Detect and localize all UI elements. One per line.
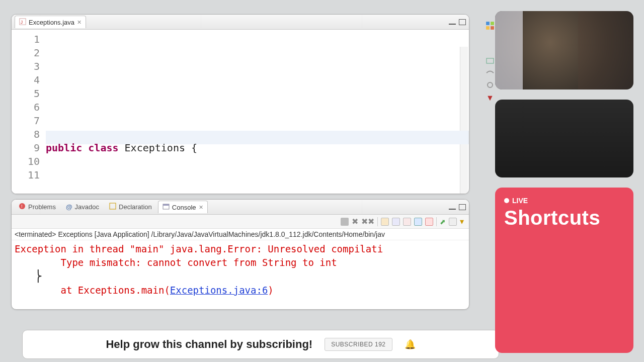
minimize-console-icon[interactable]: [449, 205, 456, 210]
live-indicator: LIVE: [504, 197, 624, 205]
console-toolbar: ✖ ✖✖ ⬈ ▾: [12, 215, 469, 229]
declaration-icon: [109, 203, 116, 211]
svg-text:!: !: [21, 204, 23, 209]
shortcuts-title: Shortcuts: [504, 207, 624, 229]
overview-ruler[interactable]: [460, 47, 468, 194]
maximize-icon[interactable]: [459, 19, 466, 25]
right-sidebar: LIVE Shortcuts: [495, 11, 633, 353]
keyboard-feed: [495, 100, 633, 177]
tab-console[interactable]: Console ✕: [158, 201, 208, 213]
new-console-dropdown-icon[interactable]: [449, 218, 457, 226]
tab-javadoc-label: Javadoc: [75, 203, 99, 211]
code-editor[interactable]: public class Exceptions { public static …: [44, 30, 469, 194]
stack-trace-link[interactable]: Exceptions.java:6: [170, 285, 268, 296]
tab-problems-label: Problems: [28, 203, 56, 211]
remove-all-terminated-icon[interactable]: ✖✖: [361, 217, 374, 226]
svg-text:J: J: [21, 19, 23, 24]
svg-rect-5: [491, 26, 494, 30]
console-output[interactable]: Exception in thread "main" java.lang.Err…: [12, 240, 469, 299]
tab-console-label: Console: [172, 204, 196, 211]
close-console-icon[interactable]: ✕: [199, 204, 203, 211]
shortcuts-panel: LIVE Shortcuts: [495, 188, 633, 353]
subscribe-cta-text: Help grow this channel by subscribing!: [106, 338, 312, 351]
console-menu-dropdown-icon[interactable]: ▾: [460, 217, 464, 226]
line-number-gutter: 1 2 3 4 5 6 7 8 9 10 11: [12, 30, 44, 194]
display-selected-icon[interactable]: [425, 218, 433, 226]
pin-console-icon[interactable]: [403, 218, 411, 226]
dropdown-triangle-icon[interactable]: ▼: [486, 94, 494, 103]
svg-rect-10: [110, 203, 116, 209]
svg-point-7: [488, 82, 493, 87]
clear-console-icon[interactable]: [381, 218, 389, 226]
editor-tab-label: Exceptions.java: [29, 19, 74, 26]
webcam-feed: [495, 11, 633, 89]
minimize-icon[interactable]: [449, 20, 456, 25]
problems-icon: !: [19, 203, 26, 211]
subscribe-bar: Help grow this channel by subscribing! S…: [22, 330, 499, 359]
bell-icon[interactable]: 🔔: [405, 339, 416, 350]
type-hierarchy-icon[interactable]: [486, 57, 495, 66]
stop-icon[interactable]: [341, 218, 349, 226]
svg-rect-12: [163, 204, 169, 206]
open-console-icon[interactable]: ⬈: [440, 218, 446, 226]
editor-tab-exceptions[interactable]: J Exceptions.java ✕: [15, 16, 86, 28]
svg-rect-3: [491, 22, 494, 25]
bottom-tab-bar: ! Problems @ Javadoc Declaration Console…: [12, 200, 469, 215]
tab-javadoc[interactable]: @ Javadoc: [62, 201, 103, 213]
subscribed-button[interactable]: SUBSCRIBED 192: [325, 338, 392, 351]
javadoc-icon: @: [66, 203, 72, 211]
svg-rect-6: [487, 58, 494, 63]
live-label: LIVE: [512, 197, 528, 205]
close-tab-icon[interactable]: ✕: [77, 19, 82, 26]
java-file-icon: J: [19, 18, 26, 27]
show-console-icon[interactable]: [414, 218, 422, 226]
maximize-console-icon[interactable]: [459, 204, 466, 210]
scroll-lock-icon[interactable]: [392, 218, 400, 226]
tab-declaration[interactable]: Declaration: [105, 201, 156, 213]
live-dot-icon: [504, 198, 509, 203]
tab-problems[interactable]: ! Problems: [15, 201, 60, 213]
svg-rect-4: [486, 26, 490, 30]
svg-rect-2: [486, 22, 490, 25]
remove-terminated-icon[interactable]: ✖: [352, 217, 358, 226]
console-panel: ! Problems @ Javadoc Declaration Console…: [11, 199, 469, 310]
outline-view-icon[interactable]: [486, 21, 495, 32]
tab-declaration-label: Declaration: [119, 203, 152, 211]
link-editor-icon[interactable]: [486, 69, 495, 78]
console-icon: [163, 203, 170, 212]
editor-panel: J Exceptions.java ✕ 1 2 3 4 5 6 7 8: [11, 14, 469, 194]
editor-tab-bar: J Exceptions.java ✕: [12, 15, 469, 30]
toggle-icon[interactable]: [486, 81, 495, 90]
text-cursor-icon: ⎬: [15, 269, 41, 283]
console-process-path: <terminated> Exceptions [Java Applicatio…: [12, 229, 469, 240]
